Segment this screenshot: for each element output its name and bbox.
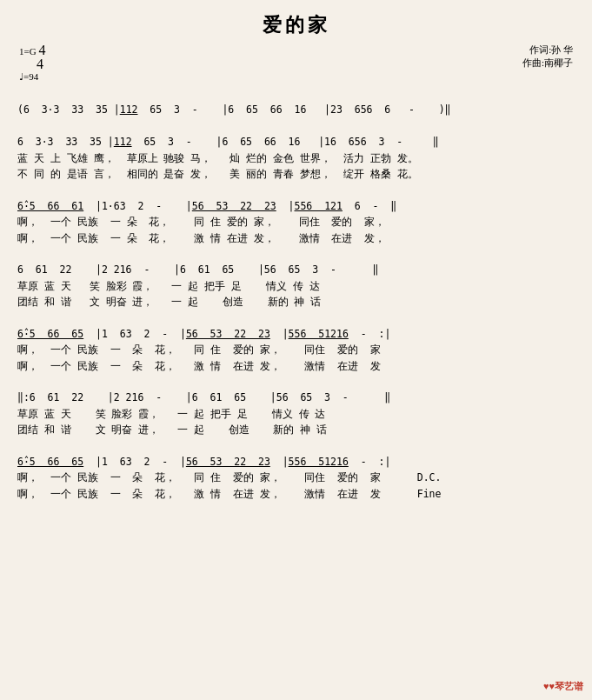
score-content: (6 3·3 33 35 |112 65 3 - |6 65 66 16 |23… [17,86,575,502]
author: 作词:孙 华 [529,43,573,57]
meta-right: 作词:孙 华 作曲:南椰子 [522,43,573,70]
composer: 作曲:南椰子 [522,57,573,70]
key-time: 1=G 4 [19,43,45,57]
key-time2: 4 [37,57,45,71]
tempo: ♩=94 [19,71,45,83]
watermark: ♥♥琴艺谱 [543,680,583,693]
meta-section: 1=G 4 4 ♩=94 作词:孙 华 作曲:南椰子 [17,43,575,83]
page-title: 爱的家 [17,12,575,38]
meta-left: 1=G 4 4 ♩=94 [19,43,45,83]
